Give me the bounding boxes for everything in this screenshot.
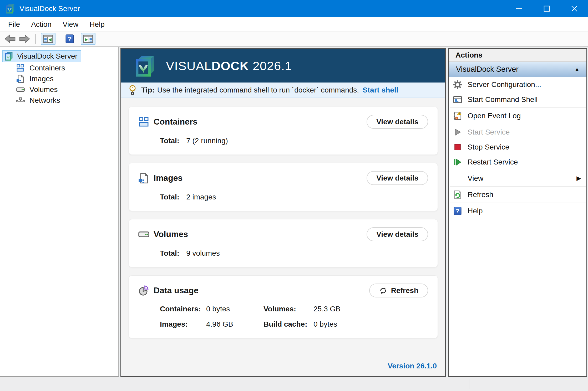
tree-item-label: Networks	[29, 96, 60, 105]
usage-value: 4.96 GB	[206, 320, 263, 328]
action-label: Start Service	[468, 128, 510, 136]
action-label: View	[468, 174, 483, 183]
version-text: Version 26.1.0	[388, 362, 437, 370]
action-label: Help	[468, 207, 483, 215]
volumes-view-details-button[interactable]: View details	[367, 227, 428, 241]
tree-item-images[interactable]: Images	[0, 73, 118, 84]
banner-version: 2026.1	[253, 59, 292, 73]
minimize-button[interactable]	[505, 0, 533, 17]
action-help[interactable]: Help	[449, 203, 586, 218]
total-label: Total:	[160, 193, 179, 201]
toolbar-separator	[35, 34, 36, 44]
banner-title: VISUALDOCK 2026.1	[166, 59, 292, 73]
action-label: Server Configuration...	[468, 80, 541, 89]
collapse-icon[interactable]: ▲	[574, 66, 580, 72]
tree-item-volumes[interactable]: Volumes	[0, 84, 118, 95]
show-console-tree-button[interactable]	[41, 33, 55, 45]
console-window-icon	[453, 95, 462, 104]
action-server-configuration[interactable]: Server Configuration...	[449, 77, 586, 92]
tree-item-label: Containers	[29, 64, 65, 72]
card-title: Images	[154, 173, 183, 183]
forward-button[interactable]	[19, 34, 30, 43]
menu-view[interactable]: View	[57, 20, 84, 29]
separator	[450, 107, 586, 108]
restart-icon	[453, 157, 462, 167]
toolbar-help-button[interactable]	[65, 34, 74, 44]
main-area: VisualDock Server Containers Images Volu…	[0, 47, 588, 377]
action-label: Restart Service	[468, 158, 518, 166]
action-open-event-log[interactable]: Open Event Log	[449, 108, 586, 123]
menu-file[interactable]: File	[3, 20, 26, 29]
tip-text: Use the integrated command shell to run …	[157, 86, 359, 94]
card-title: Data usage	[154, 286, 199, 295]
close-button[interactable]	[560, 0, 588, 17]
menu-action[interactable]: Action	[26, 20, 57, 29]
visualdock-logo-icon	[133, 54, 156, 78]
total-value: 7 (2 running)	[186, 137, 228, 145]
actions-panel: Actions VisualDock Server ▲ Server Confi…	[448, 48, 587, 377]
action-label: Refresh	[468, 191, 493, 199]
volumes-icon	[16, 85, 25, 94]
menu-help[interactable]: Help	[84, 20, 110, 29]
usage-value: 25.3 GB	[313, 305, 428, 313]
containers-icon	[16, 64, 25, 72]
action-restart-service[interactable]: Restart Service	[449, 155, 586, 169]
usage-value: 0 bytes	[313, 320, 428, 328]
action-view[interactable]: View ▶	[449, 171, 586, 186]
back-button[interactable]	[4, 34, 16, 43]
action-refresh[interactable]: Refresh	[449, 187, 586, 202]
tree-root-label: VisualDock Server	[17, 52, 78, 60]
lightbulb-icon	[128, 85, 137, 95]
refresh-usage-button[interactable]: Refresh	[369, 284, 428, 297]
separator	[450, 186, 586, 187]
usage-label: Build cache:	[263, 320, 313, 328]
images-icon	[138, 173, 149, 184]
usage-stats: Containers: 0 bytes Volumes: 25.3 GB Ima…	[160, 305, 428, 328]
action-label: Open Event Log	[468, 112, 521, 120]
separator	[450, 203, 586, 203]
action-pane-icon	[83, 35, 93, 43]
total-value: 2 images	[186, 193, 216, 201]
gear-icon	[453, 80, 462, 89]
tree-item-networks[interactable]: Networks	[0, 95, 118, 106]
actions-group-header[interactable]: VisualDock Server ▲	[449, 62, 586, 77]
start-icon	[453, 127, 462, 137]
tree-item-label: Volumes	[29, 85, 58, 94]
actions-pane-title: Actions	[449, 49, 586, 62]
action-stop-service[interactable]: Stop Service	[449, 140, 586, 155]
tip-bar: Tip: Use the integrated command shell to…	[121, 83, 445, 98]
action-label: Stop Service	[468, 143, 509, 151]
refresh-button-label: Refresh	[391, 286, 418, 295]
usage-value: 0 bytes	[206, 305, 263, 313]
images-view-details-button[interactable]: View details	[367, 171, 428, 185]
refresh-icon	[453, 190, 462, 199]
refresh-icon	[379, 286, 387, 295]
volumes-card: Volumes View details Total: 9 volumes	[129, 219, 438, 267]
banner-brand-bold: DOCK	[211, 59, 249, 73]
tree-item-root[interactable]: VisualDock Server	[0, 50, 118, 63]
maximize-icon	[543, 5, 551, 13]
stop-icon	[453, 142, 462, 152]
action-start-service: Start Service	[449, 125, 586, 140]
help-icon	[65, 34, 74, 44]
toolbar	[0, 32, 588, 47]
action-label: Start Command Shell	[468, 95, 538, 104]
banner-brand-light: VISUAL	[166, 59, 211, 73]
tree-item-containers[interactable]: Containers	[0, 63, 118, 73]
show-action-pane-button[interactable]	[81, 33, 95, 45]
minimize-icon	[515, 5, 523, 13]
maximize-button[interactable]	[533, 0, 560, 17]
images-icon	[16, 75, 25, 83]
submenu-arrow-icon: ▶	[576, 175, 581, 182]
usage-label: Containers:	[160, 305, 206, 313]
start-shell-link[interactable]: Start shell	[363, 86, 398, 94]
titlebar: VisualDock Server	[0, 0, 588, 17]
containers-card: Containers View details Total: 7 (2 runn…	[129, 107, 438, 155]
status-divider	[421, 379, 421, 389]
tree-item-label: Images	[29, 75, 54, 83]
total-value: 9 volumes	[186, 249, 220, 258]
card-title: Containers	[154, 117, 197, 127]
containers-view-details-button[interactable]: View details	[367, 115, 428, 129]
action-start-command-shell[interactable]: Start Command Shell	[449, 92, 586, 107]
total-label: Total:	[160, 249, 179, 258]
